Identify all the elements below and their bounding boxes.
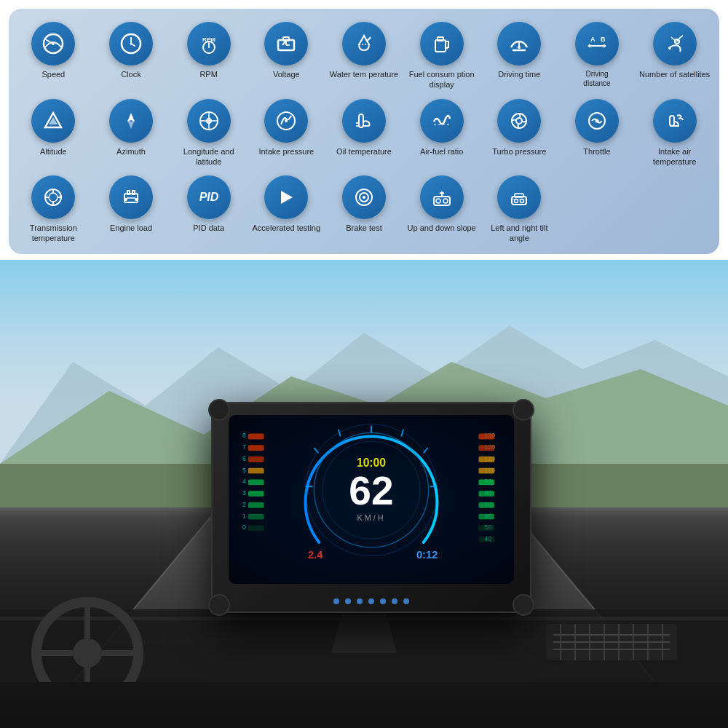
svg-rect-16 bbox=[435, 40, 446, 52]
feature-turbo: Turbo pressure bbox=[482, 99, 557, 167]
svg-rect-117 bbox=[478, 434, 494, 440]
svg-rect-127 bbox=[478, 491, 494, 497]
svg-point-6 bbox=[130, 43, 132, 45]
turbo-label: Turbo pressure bbox=[492, 146, 546, 157]
intake-pressure-icon bbox=[264, 99, 308, 143]
svg-point-46 bbox=[595, 119, 598, 122]
svg-text:2: 2 bbox=[242, 501, 246, 508]
intake-pressure-label: Intake pressure bbox=[258, 146, 314, 157]
svg-point-62 bbox=[436, 199, 440, 203]
svg-rect-51 bbox=[127, 191, 130, 194]
svg-line-142 bbox=[314, 448, 318, 454]
svg-rect-133 bbox=[478, 526, 494, 531]
svg-text:KM/H: KM/H bbox=[357, 514, 386, 523]
svg-text:3: 3 bbox=[242, 489, 246, 496]
svg-point-49 bbox=[49, 193, 58, 202]
svg-rect-115 bbox=[248, 526, 264, 531]
svg-rect-125 bbox=[478, 480, 494, 486]
fuel-label: Fuel consum ption display bbox=[404, 69, 479, 90]
svg-rect-101 bbox=[248, 446, 264, 451]
feature-oil-temp: Oil temperature bbox=[327, 99, 402, 167]
feature-pid: PID PID data bbox=[171, 175, 246, 244]
svg-rect-109 bbox=[248, 491, 264, 497]
trans-temp-icon bbox=[31, 175, 75, 219]
svg-text:2.4: 2.4 bbox=[308, 549, 323, 561]
svg-rect-121 bbox=[478, 456, 494, 462]
rpm-icon: RPM bbox=[187, 22, 231, 66]
svg-rect-119 bbox=[478, 446, 494, 451]
svg-marker-26 bbox=[587, 44, 590, 48]
svg-text:6: 6 bbox=[242, 455, 246, 462]
feature-driving-dist: AB Drivingdistance bbox=[560, 22, 635, 90]
svg-rect-113 bbox=[248, 514, 264, 520]
pid-icon: PID bbox=[187, 175, 231, 219]
feature-intake-pressure: Intake pressure bbox=[249, 99, 324, 167]
feature-driving-time: Driving time bbox=[482, 22, 557, 90]
photo-section: 8 7 6 5 4 3 2 1 bbox=[0, 260, 728, 728]
svg-point-28 bbox=[668, 47, 671, 50]
svg-rect-17 bbox=[438, 37, 443, 41]
feature-trans-temp: Transmission temperature bbox=[16, 175, 91, 244]
accel-test-label: Accelerated testing bbox=[253, 223, 321, 233]
air-fuel-icon bbox=[420, 99, 464, 143]
feature-brake: Brake test bbox=[327, 175, 402, 244]
feature-altitude: Altitude bbox=[16, 99, 91, 167]
svg-point-44 bbox=[516, 118, 522, 124]
feature-rpm: RPM RPM bbox=[171, 22, 246, 90]
svg-point-18 bbox=[446, 47, 448, 50]
feature-azimuth: Azimuth bbox=[94, 99, 169, 167]
svg-rect-107 bbox=[248, 480, 264, 486]
svg-rect-135 bbox=[478, 537, 494, 543]
throttle-icon bbox=[575, 99, 619, 143]
svg-text:PID: PID bbox=[199, 191, 218, 203]
trans-temp-label: Transmission temperature bbox=[16, 223, 91, 244]
svg-point-60 bbox=[363, 196, 365, 199]
svg-point-38 bbox=[285, 119, 288, 122]
feature-throttle: Throttle bbox=[560, 99, 635, 167]
feature-clock: Clock bbox=[94, 22, 169, 90]
satellites-icon bbox=[653, 22, 697, 66]
feature-engine-load: Engine load bbox=[94, 175, 169, 244]
driving-dist-label: Drivingdistance bbox=[583, 69, 610, 88]
svg-rect-99 bbox=[248, 434, 264, 440]
turbo-icon bbox=[497, 99, 541, 143]
hud-screen: 8 7 6 5 4 3 2 1 bbox=[229, 415, 514, 584]
brake-label: Brake test bbox=[346, 223, 382, 233]
altitude-label: Altitude bbox=[40, 146, 67, 157]
feature-air-fuel: Air-fuel ratio bbox=[404, 99, 479, 167]
speed-label: Speed bbox=[41, 69, 65, 79]
feature-voltage: Voltage bbox=[249, 22, 324, 90]
svg-text:1: 1 bbox=[242, 513, 246, 520]
svg-rect-131 bbox=[478, 514, 494, 520]
svg-rect-123 bbox=[478, 468, 494, 474]
throttle-label: Throttle bbox=[583, 146, 610, 157]
longitude-label: Longitude and latitude bbox=[171, 146, 246, 167]
svg-text:0: 0 bbox=[242, 524, 246, 531]
clock-icon bbox=[109, 22, 153, 66]
driving-time-label: Driving time bbox=[498, 69, 540, 79]
svg-rect-79 bbox=[0, 617, 728, 620]
svg-text:5: 5 bbox=[242, 467, 246, 474]
svg-point-55 bbox=[135, 198, 138, 201]
voltage-icon bbox=[264, 22, 308, 66]
feature-longitude: Longitude and latitude bbox=[171, 99, 246, 167]
brake-icon bbox=[342, 175, 386, 219]
features-grid: Speed Clock RPM RPM Voltage bbox=[16, 22, 712, 244]
svg-point-54 bbox=[124, 198, 127, 201]
svg-rect-103 bbox=[248, 456, 264, 462]
speed-icon bbox=[31, 22, 75, 66]
feature-accel-test: Accelerated testing bbox=[249, 175, 324, 244]
driving-dist-icon: AB bbox=[575, 22, 619, 66]
feature-speed: Speed bbox=[16, 22, 91, 90]
altitude-icon bbox=[31, 99, 75, 143]
features-panel: Speed Clock RPM RPM Voltage bbox=[9, 9, 719, 254]
svg-marker-57 bbox=[281, 191, 293, 204]
svg-rect-129 bbox=[478, 502, 494, 508]
fuel-icon bbox=[420, 22, 464, 66]
svg-text:0:12: 0:12 bbox=[416, 549, 438, 561]
longitude-icon bbox=[187, 99, 231, 143]
air-fuel-label: Air-fuel ratio bbox=[420, 146, 463, 157]
svg-rect-105 bbox=[248, 468, 264, 474]
svg-text:7: 7 bbox=[242, 444, 246, 451]
svg-marker-25 bbox=[604, 44, 606, 48]
